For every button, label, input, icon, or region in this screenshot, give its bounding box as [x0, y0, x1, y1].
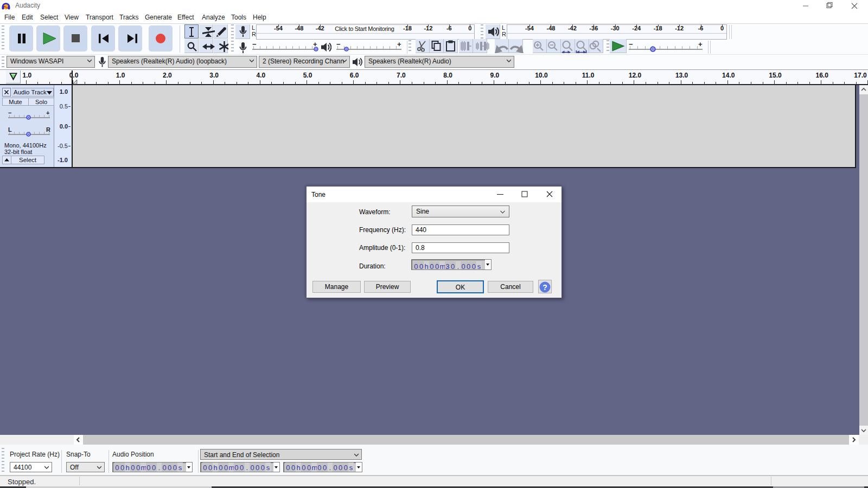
svg-text:?: ? — [542, 282, 547, 291]
